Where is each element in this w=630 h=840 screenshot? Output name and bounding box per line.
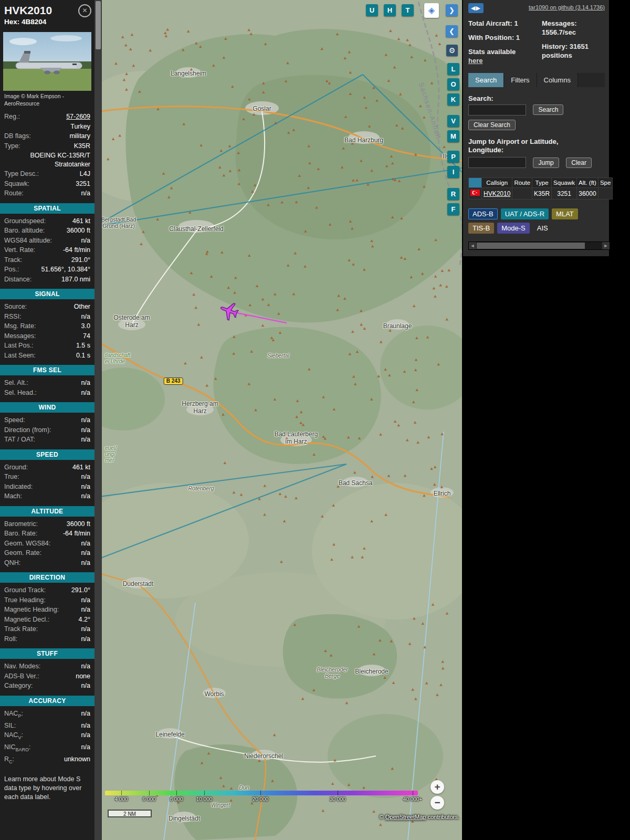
- data-value: n/a: [38, 435, 90, 444]
- tab-filters[interactable]: Filters: [504, 73, 537, 87]
- attribution-prefix: ©: [380, 814, 385, 820]
- data-row: Direction (from):n/a: [0, 425, 94, 435]
- map-canvas[interactable]: LangelsheimGoslarBad HarzburgIlsenBergst…: [102, 0, 462, 840]
- data-row: Turkey: [0, 122, 94, 132]
- map-button-m[interactable]: M: [447, 130, 459, 142]
- map-button-r[interactable]: R: [447, 188, 459, 200]
- map-button-l[interactable]: L: [447, 63, 459, 75]
- close-icon[interactable]: ✕: [78, 4, 91, 17]
- map-button-p[interactable]: P: [447, 151, 459, 163]
- panel-toggle-icon[interactable]: ◀▶: [468, 3, 484, 13]
- aircraft-photo[interactable]: [3, 32, 91, 91]
- jump-input[interactable]: [468, 157, 526, 168]
- jump-clear-button[interactable]: Clear: [566, 158, 592, 168]
- map-button-f[interactable]: F: [447, 203, 459, 215]
- zoom-in-button[interactable]: +: [430, 780, 444, 794]
- scroll-left-icon[interactable]: ◄: [469, 242, 476, 249]
- data-row: BOEING KC-135R/T Stratotanker: [0, 151, 94, 169]
- map-button-o[interactable]: O: [447, 78, 459, 90]
- osm-link[interactable]: OpenStreetMap: [385, 814, 426, 820]
- column-header-flag[interactable]: [469, 178, 482, 188]
- legend-badge-mode-s[interactable]: Mode-S: [497, 223, 530, 234]
- data-value-link[interactable]: 57-2609: [23, 112, 90, 121]
- data-label: Barometric:: [4, 520, 38, 529]
- section-header: DIRECTION: [0, 572, 94, 583]
- data-label: Sel. Alt.:: [4, 379, 28, 387]
- legend-badge-ads-b[interactable]: ADS-B: [468, 208, 498, 219]
- aircraft-callsign-title: HVK2010: [4, 4, 52, 16]
- data-value: n/a: [26, 709, 90, 718]
- zoom-out-button[interactable]: −: [430, 796, 444, 810]
- column-header-route[interactable]: Route: [512, 178, 532, 188]
- data-label: Source:: [4, 302, 27, 311]
- photo-credit-line2: AeroResource: [4, 100, 90, 108]
- column-header-type[interactable]: Type: [532, 178, 552, 188]
- scroll-right-icon[interactable]: ►: [602, 242, 610, 249]
- data-label: Groundspeed:: [4, 217, 46, 226]
- tab-columns[interactable]: Columns: [537, 73, 578, 87]
- data-label: RC:: [4, 755, 14, 766]
- hscroll-thumb[interactable]: [477, 243, 585, 249]
- search-button[interactable]: Search: [533, 104, 563, 115]
- github-version-link[interactable]: tar1090 on github (3.14.1736): [529, 4, 605, 10]
- data-label: Last Pos.:: [4, 341, 34, 350]
- data-value: n/a: [54, 539, 90, 548]
- column-header-spe[interactable]: Spe: [598, 178, 612, 188]
- stats-available-label: Stats available here: [468, 48, 542, 66]
- table-horizontal-scrollbar[interactable]: ◄ ►: [468, 242, 610, 250]
- map-button-h[interactable]: H: [384, 4, 396, 16]
- data-label: Type:: [4, 142, 20, 151]
- source-legend: ADS-BUAT / ADS-RMLATTIS-BMode-SAIS: [468, 207, 609, 235]
- clear-search-button[interactable]: Clear Search: [468, 120, 516, 130]
- search-input[interactable]: [468, 104, 526, 116]
- data-row: Sel. Head.:n/a: [0, 388, 94, 398]
- layers-icon[interactable]: ◈: [424, 3, 439, 18]
- cell-callsign[interactable]: HVK2010: [482, 188, 512, 200]
- data-label: Speed:: [4, 416, 25, 425]
- data-label: Track Rate:: [4, 625, 38, 634]
- jump-button[interactable]: Jump: [533, 158, 559, 168]
- data-row: Last Seen:0.1 s: [0, 351, 94, 361]
- altitude-tick-label: 20 000: [253, 796, 269, 802]
- section-header: ALTITUDE: [0, 506, 94, 517]
- gear-icon[interactable]: ⚙: [446, 45, 458, 56]
- collapse-left-icon[interactable]: ❮: [446, 25, 458, 37]
- data-row: Route:n/a: [0, 188, 94, 198]
- data-label: Geom. WGS84:: [4, 539, 50, 548]
- tab-search[interactable]: Search: [468, 73, 504, 87]
- data-row: Vert. Rate:-64 ft/min: [0, 245, 94, 255]
- map-button-u[interactable]: U: [366, 4, 378, 16]
- map-button-t[interactable]: T: [402, 4, 414, 16]
- column-header-alt-ft-[interactable]: Alt. (ft): [577, 178, 598, 188]
- data-row: True:n/a: [0, 472, 94, 482]
- section-header: SPEED: [0, 449, 94, 460]
- data-label: Squawk:: [4, 180, 29, 188]
- data-row: Magnetic Decl.:4.2°: [0, 615, 94, 625]
- map-button-i[interactable]: I: [447, 166, 459, 178]
- data-row: Type:K35R: [0, 141, 94, 151]
- scrollbar-thumb[interactable]: [96, 1, 101, 49]
- data-row: Roll:n/a: [0, 634, 94, 644]
- legend-badge-tis-b[interactable]: TIS-B: [468, 223, 494, 234]
- data-value: n/a: [20, 635, 90, 644]
- left-panel-scrollbar[interactable]: [94, 0, 102, 840]
- search-label: Search:: [468, 94, 605, 102]
- data-value: n/a: [36, 681, 90, 690]
- data-row: Ground Track:291.0°: [0, 585, 94, 595]
- expand-right-icon[interactable]: ❯: [446, 4, 458, 16]
- legend-badge-ais[interactable]: AIS: [533, 223, 552, 234]
- section-header: ACCURACY: [0, 696, 94, 706]
- map-button-k[interactable]: K: [447, 93, 459, 106]
- map-base-layer: [102, 0, 462, 840]
- legend-badge-uat-ads-r[interactable]: UAT / ADS-R: [501, 208, 549, 219]
- column-header-callsign[interactable]: Callsign: [482, 178, 512, 188]
- section-header: WIND: [0, 402, 94, 413]
- data-row: Pos.:51.656°, 10.384°: [0, 265, 94, 275]
- map-button-v[interactable]: V: [447, 115, 459, 127]
- table-row[interactable]: HVK2010K35R325136000: [469, 188, 613, 200]
- stats-here-link[interactable]: here: [468, 57, 482, 65]
- column-header-squawk[interactable]: Squawk: [552, 178, 577, 188]
- cell-speed: [598, 188, 612, 200]
- data-row: Baro. Rate:-64 ft/min: [0, 529, 94, 539]
- legend-badge-mlat[interactable]: MLAT: [552, 208, 578, 219]
